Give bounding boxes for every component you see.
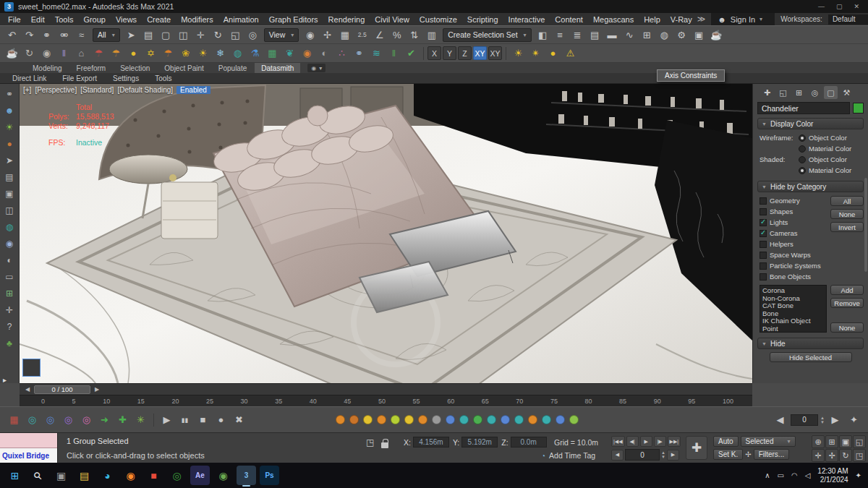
go-to-end-button[interactable]: ▶▶| bbox=[668, 436, 681, 447]
category-remove-button[interactable]: Remove bbox=[830, 298, 864, 308]
leaf-teal-icon[interactable]: ❦ bbox=[281, 46, 298, 61]
search-button[interactable]: ⚲ bbox=[28, 466, 48, 485]
go-to-start-button[interactable]: |◀◀ bbox=[611, 436, 625, 447]
taskbar-clock[interactable]: 12:30 AM 2/1/2024 bbox=[817, 467, 848, 484]
percent-snap-icon[interactable]: % bbox=[388, 27, 405, 43]
set-keys-button[interactable]: ✚ bbox=[686, 436, 707, 460]
link-tool-icon[interactable]: ⚭ bbox=[2, 87, 17, 101]
checkbox-icon[interactable] bbox=[760, 197, 767, 205]
use-pivot-center-icon[interactable]: ◉ bbox=[302, 27, 318, 43]
grid-green-icon[interactable]: ▦ bbox=[264, 46, 281, 61]
add-green-icon[interactable]: ✚ bbox=[114, 412, 131, 428]
isolate-selection-icon[interactable]: ◳ bbox=[366, 437, 374, 448]
rectangular-selection-icon[interactable]: ▢ bbox=[158, 27, 174, 43]
list-item[interactable]: IK Chain Object bbox=[762, 317, 824, 325]
panel-expander-icon[interactable]: ▸ bbox=[3, 376, 7, 384]
notes-icon[interactable]: ▤ bbox=[2, 170, 17, 184]
render-production-icon[interactable]: ☕ bbox=[708, 27, 725, 43]
bars-green-icon[interactable]: ‖ bbox=[386, 46, 402, 61]
create-tab[interactable]: ✚ bbox=[760, 86, 774, 99]
angle-snap-icon[interactable]: ∠ bbox=[371, 27, 388, 43]
viewport-label-chip[interactable]: Enabled bbox=[176, 86, 210, 94]
camera-tool-icon[interactable]: ◉ bbox=[2, 236, 17, 251]
task-view-button[interactable]: ▣ bbox=[51, 466, 71, 485]
category-checkbox[interactable]: Cameras bbox=[760, 228, 827, 239]
menu-item[interactable]: Tools bbox=[50, 13, 79, 25]
snowflake-icon[interactable]: ❄ bbox=[212, 46, 229, 61]
key-filter-icon[interactable] bbox=[473, 415, 482, 424]
checkbox-icon[interactable] bbox=[760, 208, 767, 215]
menu-item[interactable]: Customize bbox=[414, 13, 462, 25]
delete-key-button[interactable]: ✖ bbox=[231, 412, 247, 428]
key-filters-icon[interactable]: ✢ bbox=[745, 450, 751, 458]
menu-item[interactable]: Content bbox=[550, 13, 588, 25]
viewport-menu-shading[interactable]: [Default Shading] bbox=[117, 86, 173, 94]
ribbon-tab[interactable]: Selection bbox=[114, 63, 156, 73]
ribbon-pin-icon[interactable]: ◉ bbox=[311, 65, 316, 72]
record-button[interactable]: ● bbox=[213, 412, 229, 428]
quixel-bridge-link[interactable]: Quixel Bridge bbox=[2, 452, 49, 460]
key-filter-icon[interactable] bbox=[501, 415, 510, 424]
corona-interactive-icon[interactable]: ↻ bbox=[21, 46, 38, 61]
axis-x-button[interactable]: X bbox=[427, 46, 441, 60]
slider-next-icon[interactable]: ▶ bbox=[93, 385, 101, 394]
time-slider-handle[interactable]: 0 / 100 bbox=[34, 385, 90, 394]
perspective-viewport[interactable]: [+][Perspective][Standard][Default Shadi… bbox=[20, 84, 752, 383]
warning-icon[interactable]: ⚠ bbox=[562, 46, 579, 61]
ribbon-sub-item[interactable]: File Export bbox=[56, 74, 103, 82]
key-filter-icon[interactable] bbox=[556, 415, 565, 424]
docked-swatch[interactable] bbox=[22, 359, 41, 377]
key-filter-icon[interactable] bbox=[514, 415, 524, 424]
menu-item[interactable]: Group bbox=[78, 13, 111, 25]
start-button[interactable]: ⊞ bbox=[5, 466, 25, 485]
play-button[interactable]: ▶ bbox=[158, 412, 175, 428]
scene-explorer-icon[interactable]: ≣ bbox=[569, 27, 586, 43]
menu-item[interactable]: Help bbox=[639, 13, 665, 25]
frame-spinner[interactable]: ▲▼ bbox=[820, 416, 825, 424]
key-filter-icon[interactable] bbox=[336, 415, 345, 424]
category-checkbox[interactable]: Lights bbox=[760, 217, 827, 228]
auto-key-button[interactable]: Auto bbox=[713, 436, 739, 447]
frame-number-field[interactable]: 0 bbox=[791, 414, 818, 426]
photoshop-button[interactable]: Ps bbox=[260, 466, 279, 485]
render-small-icon[interactable]: ◐ bbox=[2, 253, 17, 267]
close-button[interactable]: ✕ bbox=[854, 3, 859, 10]
rollout-header[interactable]: ▼ Display Color bbox=[757, 118, 864, 129]
category-list-none-button[interactable]: None bbox=[830, 322, 864, 333]
axis-y-button[interactable]: Y bbox=[443, 46, 456, 60]
ribbon-sub-item[interactable]: Tools bbox=[148, 74, 178, 82]
category-listbox[interactable]: CoronaNon-CoronaCAT BoneBoneIK Chain Obj… bbox=[760, 285, 827, 333]
checkbox-icon[interactable] bbox=[760, 262, 767, 270]
key-filter-icon[interactable] bbox=[528, 415, 537, 424]
light-red-icon[interactable]: ☂ bbox=[90, 46, 107, 61]
snaps-toggle-icon[interactable]: 2.5 bbox=[354, 27, 370, 43]
key-filters-button[interactable]: Filters... bbox=[754, 449, 790, 460]
redo-icon[interactable]: ↷ bbox=[21, 27, 38, 43]
light-bulb-icon[interactable]: ● bbox=[545, 46, 561, 61]
hand-tool-icon[interactable]: ✛ bbox=[2, 303, 17, 317]
list-item[interactable]: Point bbox=[762, 325, 824, 333]
ring-teal-icon[interactable]: ◎ bbox=[24, 412, 41, 428]
ring-blue-icon[interactable]: ◎ bbox=[42, 412, 59, 428]
radio-icon[interactable] bbox=[799, 134, 806, 142]
radio-option[interactable]: Wireframe: Object Color bbox=[760, 132, 864, 143]
radio-icon[interactable] bbox=[799, 167, 806, 174]
ribbon-tab[interactable]: Modeling bbox=[26, 63, 69, 73]
next-frame-button[interactable]: |▶ bbox=[654, 436, 666, 447]
zoom-icon[interactable]: ⊕ bbox=[812, 435, 825, 448]
3ds-max-button[interactable]: 3 bbox=[237, 466, 256, 485]
category-checkbox[interactable]: Geometry bbox=[760, 195, 827, 206]
category-checkbox[interactable]: Shapes bbox=[760, 206, 827, 217]
menu-item[interactable]: Interactive bbox=[503, 13, 550, 25]
key-filter-icon[interactable] bbox=[459, 415, 469, 424]
workspace-dropdown[interactable]: Default ▾ bbox=[828, 14, 868, 25]
category-checkbox[interactable]: Particle Systems bbox=[760, 260, 827, 271]
ribbon-tab[interactable]: Object Paint bbox=[158, 63, 210, 73]
mini-curve-editor-icon[interactable]: ▦ bbox=[6, 412, 22, 428]
render-setup-icon[interactable]: ⚙ bbox=[673, 27, 690, 43]
material-editor-icon[interactable]: ◍ bbox=[656, 27, 673, 43]
chrome-button[interactable]: ◉ bbox=[213, 466, 233, 485]
menu-item[interactable]: Graph Editors bbox=[264, 13, 323, 25]
utilities-tab[interactable]: ⚒ bbox=[840, 86, 854, 99]
select-and-place-icon[interactable]: ◎ bbox=[244, 27, 261, 43]
